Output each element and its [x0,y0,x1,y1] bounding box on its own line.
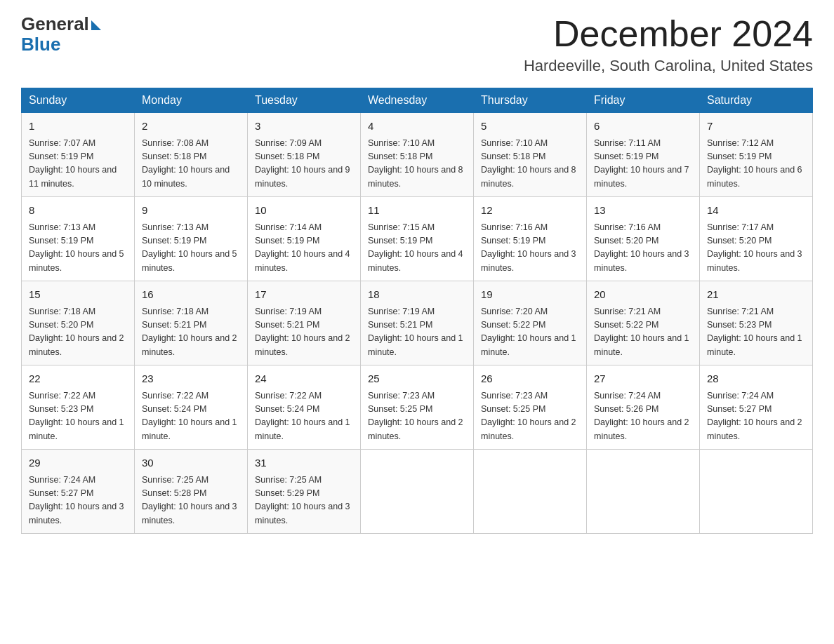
day-number: 27 [594,371,692,387]
day-detail: Sunrise: 7:10 AMSunset: 5:18 PMDaylight:… [368,137,466,192]
day-number: 18 [368,287,466,303]
calendar-day-cell: 31Sunrise: 7:25 AMSunset: 5:29 PMDayligh… [248,450,361,534]
calendar-day-cell: 21Sunrise: 7:21 AMSunset: 5:23 PMDayligh… [700,281,813,365]
day-number: 2 [142,119,240,135]
day-number: 22 [29,371,127,387]
day-of-week-header: Tuesday [248,88,361,113]
day-number: 7 [707,119,805,135]
calendar-day-cell: 9Sunrise: 7:13 AMSunset: 5:19 PMDaylight… [135,197,248,281]
day-number: 20 [594,287,692,303]
calendar-day-cell: 2Sunrise: 7:08 AMSunset: 5:18 PMDaylight… [135,113,248,197]
calendar-week-row: 1Sunrise: 7:07 AMSunset: 5:19 PMDaylight… [22,113,813,197]
day-of-week-header: Monday [135,88,248,113]
calendar-day-cell: 20Sunrise: 7:21 AMSunset: 5:22 PMDayligh… [587,281,700,365]
calendar-week-row: 8Sunrise: 7:13 AMSunset: 5:19 PMDaylight… [22,197,813,281]
day-of-week-header: Wednesday [361,88,474,113]
day-detail: Sunrise: 7:24 AMSunset: 5:27 PMDaylight:… [29,474,127,528]
day-detail: Sunrise: 7:20 AMSunset: 5:22 PMDaylight:… [481,305,579,360]
calendar-week-row: 29Sunrise: 7:24 AMSunset: 5:27 PMDayligh… [22,450,813,534]
day-number: 14 [707,203,805,219]
calendar-day-cell [700,450,813,534]
day-of-week-header: Sunday [22,88,135,113]
day-number: 21 [707,287,805,303]
calendar-day-cell: 8Sunrise: 7:13 AMSunset: 5:19 PMDaylight… [22,197,135,281]
calendar-day-cell: 6Sunrise: 7:11 AMSunset: 5:19 PMDaylight… [587,113,700,197]
day-detail: Sunrise: 7:13 AMSunset: 5:19 PMDaylight:… [142,221,240,276]
day-detail: Sunrise: 7:18 AMSunset: 5:20 PMDaylight:… [29,305,127,360]
calendar-day-cell: 29Sunrise: 7:24 AMSunset: 5:27 PMDayligh… [22,450,135,534]
day-number: 19 [481,287,579,303]
calendar-week-row: 22Sunrise: 7:22 AMSunset: 5:23 PMDayligh… [22,365,813,450]
day-of-week-header: Friday [587,88,700,113]
logo-triangle-icon [91,20,101,30]
day-number: 3 [255,119,353,135]
day-detail: Sunrise: 7:21 AMSunset: 5:22 PMDaylight:… [594,305,692,360]
day-detail: Sunrise: 7:22 AMSunset: 5:24 PMDaylight:… [142,389,240,444]
day-number: 5 [481,119,579,135]
day-detail: Sunrise: 7:18 AMSunset: 5:21 PMDaylight:… [142,305,240,360]
calendar-day-cell: 22Sunrise: 7:22 AMSunset: 5:23 PMDayligh… [22,365,135,450]
day-of-week-header: Thursday [474,88,587,113]
page-header: General Blue December 2024 Hardeeville, … [21,14,813,75]
title-block: December 2024 Hardeeville, South Carolin… [524,14,813,75]
day-detail: Sunrise: 7:21 AMSunset: 5:23 PMDaylight:… [707,305,805,360]
day-detail: Sunrise: 7:07 AMSunset: 5:19 PMDaylight:… [29,137,127,192]
day-number: 29 [29,455,127,471]
calendar-day-cell: 12Sunrise: 7:16 AMSunset: 5:19 PMDayligh… [474,197,587,281]
day-number: 8 [29,203,127,219]
day-number: 13 [594,203,692,219]
calendar-day-cell: 25Sunrise: 7:23 AMSunset: 5:25 PMDayligh… [361,365,474,450]
logo-blue-text: Blue [21,34,60,55]
logo-general-text: General [21,14,89,34]
day-number: 4 [368,119,466,135]
calendar-day-cell: 10Sunrise: 7:14 AMSunset: 5:19 PMDayligh… [248,197,361,281]
day-number: 1 [29,119,127,135]
month-title: December 2024 [524,14,813,54]
day-detail: Sunrise: 7:24 AMSunset: 5:26 PMDaylight:… [594,389,692,444]
day-of-week-header: Saturday [700,88,813,113]
day-number: 16 [142,287,240,303]
day-number: 9 [142,203,240,219]
day-detail: Sunrise: 7:19 AMSunset: 5:21 PMDaylight:… [368,305,466,360]
day-number: 10 [255,203,353,219]
calendar-day-cell: 27Sunrise: 7:24 AMSunset: 5:26 PMDayligh… [587,365,700,450]
day-detail: Sunrise: 7:24 AMSunset: 5:27 PMDaylight:… [707,389,805,444]
day-detail: Sunrise: 7:12 AMSunset: 5:19 PMDaylight:… [707,137,805,192]
day-detail: Sunrise: 7:16 AMSunset: 5:19 PMDaylight:… [481,221,579,276]
day-detail: Sunrise: 7:22 AMSunset: 5:24 PMDaylight:… [255,389,353,444]
day-number: 28 [707,371,805,387]
calendar-day-cell: 30Sunrise: 7:25 AMSunset: 5:28 PMDayligh… [135,450,248,534]
day-detail: Sunrise: 7:11 AMSunset: 5:19 PMDaylight:… [594,137,692,192]
day-detail: Sunrise: 7:15 AMSunset: 5:19 PMDaylight:… [368,221,466,276]
day-detail: Sunrise: 7:16 AMSunset: 5:20 PMDaylight:… [594,221,692,276]
calendar-day-cell [474,450,587,534]
calendar-day-cell: 13Sunrise: 7:16 AMSunset: 5:20 PMDayligh… [587,197,700,281]
day-number: 17 [255,287,353,303]
day-detail: Sunrise: 7:22 AMSunset: 5:23 PMDaylight:… [29,389,127,444]
day-number: 30 [142,455,240,471]
calendar-day-cell: 17Sunrise: 7:19 AMSunset: 5:21 PMDayligh… [248,281,361,365]
day-detail: Sunrise: 7:10 AMSunset: 5:18 PMDaylight:… [481,137,579,192]
day-detail: Sunrise: 7:19 AMSunset: 5:21 PMDaylight:… [255,305,353,360]
day-number: 15 [29,287,127,303]
day-number: 26 [481,371,579,387]
day-number: 6 [594,119,692,135]
calendar-day-cell: 14Sunrise: 7:17 AMSunset: 5:20 PMDayligh… [700,197,813,281]
day-number: 11 [368,203,466,219]
day-number: 12 [481,203,579,219]
day-detail: Sunrise: 7:14 AMSunset: 5:19 PMDaylight:… [255,221,353,276]
calendar-day-cell: 15Sunrise: 7:18 AMSunset: 5:20 PMDayligh… [22,281,135,365]
logo: General Blue [21,14,101,54]
calendar-day-cell: 18Sunrise: 7:19 AMSunset: 5:21 PMDayligh… [361,281,474,365]
calendar-day-cell: 5Sunrise: 7:10 AMSunset: 5:18 PMDaylight… [474,113,587,197]
calendar-day-cell: 23Sunrise: 7:22 AMSunset: 5:24 PMDayligh… [135,365,248,450]
calendar-day-cell: 4Sunrise: 7:10 AMSunset: 5:18 PMDaylight… [361,113,474,197]
calendar-day-cell: 19Sunrise: 7:20 AMSunset: 5:22 PMDayligh… [474,281,587,365]
day-detail: Sunrise: 7:23 AMSunset: 5:25 PMDaylight:… [481,389,579,444]
calendar-day-cell: 11Sunrise: 7:15 AMSunset: 5:19 PMDayligh… [361,197,474,281]
day-number: 25 [368,371,466,387]
calendar-day-cell: 28Sunrise: 7:24 AMSunset: 5:27 PMDayligh… [700,365,813,450]
calendar-day-cell [361,450,474,534]
calendar-day-cell: 16Sunrise: 7:18 AMSunset: 5:21 PMDayligh… [135,281,248,365]
location-title: Hardeeville, South Carolina, United Stat… [524,57,813,75]
